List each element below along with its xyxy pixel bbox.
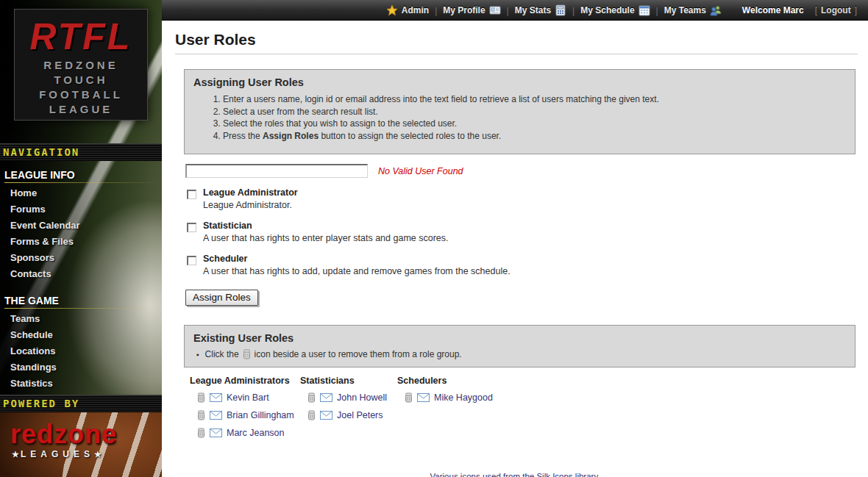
email-icon[interactable] xyxy=(320,393,332,402)
sidebar-logo-area: RTFL REDZONE TOUCH FOOTBALL LEAGUE xyxy=(0,9,162,143)
topbar-item-my-teams[interactable]: My Teams xyxy=(664,4,722,16)
user-row: Kevin Bart xyxy=(197,392,300,403)
topbar-separator xyxy=(435,4,437,17)
remove-user-bin-icon[interactable] xyxy=(405,392,413,403)
calculator-icon xyxy=(555,4,566,16)
role-description: A user that has rights to enter player s… xyxy=(203,233,449,244)
role-option-scheduler: Scheduler A user that has rights to add,… xyxy=(187,254,868,277)
rtfl-logo-line: LEAGUE xyxy=(15,102,147,117)
role-name: Scheduler xyxy=(203,254,511,265)
league-administrator-checkbox[interactable] xyxy=(187,190,196,199)
user-link[interactable]: John Howell xyxy=(337,392,387,403)
rtfl-logo[interactable]: RTFL REDZONE TOUCH FOOTBALL LEAGUE xyxy=(14,9,148,121)
user-link[interactable]: Mike Haygood xyxy=(434,392,493,403)
bracket xyxy=(855,5,857,15)
main-content: User Roles Assigning User Roles Enter a … xyxy=(162,21,868,477)
rtfl-logo-line: TOUCH xyxy=(15,73,147,87)
role-description: A user that has rights to add, update an… xyxy=(203,266,511,277)
email-icon[interactable] xyxy=(210,411,222,420)
user-search-input[interactable] xyxy=(185,164,368,178)
role-groups: League Administrators Kevin Bart Brian G… xyxy=(190,376,868,445)
user-link[interactable]: Brian Gillingham xyxy=(227,410,294,420)
sidebar-item-locations[interactable]: Locations xyxy=(0,343,162,359)
silk-icons-link[interactable]: Silk Icons xyxy=(536,472,572,477)
sidebar-item-contacts[interactable]: Contacts xyxy=(0,266,162,282)
remove-user-bin-icon[interactable] xyxy=(307,410,316,420)
assign-roles-button[interactable]: Assign Roles xyxy=(185,290,258,306)
redzone-logo-sub: LEAGUES xyxy=(12,449,162,459)
bin-icon xyxy=(243,349,251,359)
topbar-separator xyxy=(572,4,574,17)
sidebar-menu: LEAGUE INFO Home Forums Event Calendar F… xyxy=(0,161,162,395)
email-icon[interactable] xyxy=(210,393,222,402)
sidebar-item-teams[interactable]: Teams xyxy=(0,311,162,327)
vcard-icon xyxy=(489,4,501,16)
section-header-league-info: LEAGUE INFO xyxy=(0,165,162,185)
remove-user-bin-icon[interactable] xyxy=(197,428,205,438)
user-link[interactable]: Kevin Bart xyxy=(227,392,269,403)
existing-user-roles-box: Existing User Roles Click the icon besid… xyxy=(184,325,855,367)
instruction-step: Enter a users name, login id or email ad… xyxy=(223,93,846,106)
group-statisticians: Statisticians John Howell Joel Peters xyxy=(300,376,397,445)
user-row: John Howell xyxy=(307,392,397,403)
user-row: Joel Peters xyxy=(307,410,397,420)
topbar-item-my-profile[interactable]: My Profile xyxy=(443,4,500,16)
group-icon xyxy=(710,4,722,16)
instruction-step: Press the Assign Roles button to assign … xyxy=(223,130,846,143)
welcome-text: Welcome Marc xyxy=(742,5,804,15)
calendar-icon xyxy=(638,4,650,16)
user-row: Mike Haygood xyxy=(405,392,493,403)
email-icon[interactable] xyxy=(417,393,430,402)
topbar-separator xyxy=(656,4,658,17)
instruction-step: Select a user from the search result lis… xyxy=(223,106,846,118)
logout-button[interactable]: Logout xyxy=(811,5,861,15)
email-icon[interactable] xyxy=(320,411,332,420)
user-search-row: No Valid User Found xyxy=(185,164,868,178)
sidebar-item-forums[interactable]: Forums xyxy=(0,201,162,218)
role-name: Statistician xyxy=(203,220,449,232)
group-title: League Administrators xyxy=(190,376,300,386)
remove-user-bin-icon[interactable] xyxy=(307,392,316,403)
sidebar-item-event-calendar[interactable]: Event Calendar xyxy=(0,218,162,234)
sidebar-item-statistics[interactable]: Statistics xyxy=(0,376,162,392)
bracket xyxy=(815,5,817,15)
sidebar-item-forms-files[interactable]: Forms & Files xyxy=(0,234,162,250)
rtfl-logo-acronym: RTFL xyxy=(15,15,147,58)
group-schedulers: Schedulers Mike Haygood xyxy=(397,376,493,445)
role-name: League Administrator xyxy=(203,187,298,198)
sidebar-item-sponsors[interactable]: Sponsors xyxy=(0,250,162,266)
topbar-separator xyxy=(507,4,509,17)
page-footer: Various icons used from the Silk Icons l… xyxy=(162,472,868,477)
redzone-leagues-logo[interactable]: redzone LEAGUES xyxy=(0,412,162,477)
rtfl-logo-line: FOOTBALL xyxy=(15,87,147,102)
remove-user-bin-icon[interactable] xyxy=(197,410,205,420)
rtfl-logo-line: REDZONE xyxy=(15,58,147,73)
topbar-item-label: My Profile xyxy=(443,5,485,15)
topbar-item-label: My Teams xyxy=(664,5,706,15)
sidebar: RTFL REDZONE TOUCH FOOTBALL LEAGUE NAVIG… xyxy=(0,0,162,477)
sidebar-item-home[interactable]: Home xyxy=(0,185,162,201)
user-link[interactable]: Joel Peters xyxy=(337,410,383,420)
topbar-item-admin[interactable]: Admin xyxy=(386,4,429,16)
topbar-item-label: Admin xyxy=(402,5,429,15)
title-divider xyxy=(175,54,858,54)
topbar-item-my-stats[interactable]: My Stats xyxy=(515,4,566,16)
powered-by-banner: POWERED BY xyxy=(0,395,162,412)
user-link[interactable]: Marc Jeanson xyxy=(227,428,285,438)
remove-user-bin-icon[interactable] xyxy=(197,392,205,403)
sidebar-item-schedule[interactable]: Schedule xyxy=(0,327,162,343)
email-icon[interactable] xyxy=(210,428,222,437)
topbar-item-my-schedule[interactable]: My Schedule xyxy=(580,4,650,16)
statistician-checkbox[interactable] xyxy=(187,223,196,232)
existing-box-heading: Existing User Roles xyxy=(193,332,846,344)
section-header-the-game: THE GAME xyxy=(0,291,162,311)
topbar-item-label: My Schedule xyxy=(580,5,634,15)
role-option-statistician: Statistician A user that has rights to e… xyxy=(187,220,868,244)
group-title: Schedulers xyxy=(397,376,493,386)
scheduler-checkbox[interactable] xyxy=(187,256,196,265)
role-option-league-administrator: League Administrator League Administrato… xyxy=(187,187,868,211)
assign-box-heading: Assigning User Roles xyxy=(193,76,846,88)
navigation-banner: NAVIGATION xyxy=(0,143,162,161)
sidebar-item-standings[interactable]: Standings xyxy=(0,359,162,376)
assigning-user-roles-box: Assigning User Roles Enter a users name,… xyxy=(184,69,855,154)
